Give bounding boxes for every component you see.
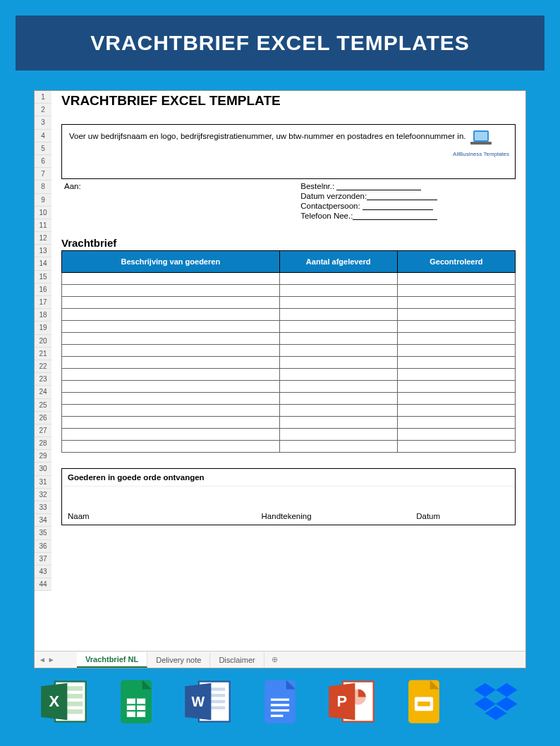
table-row <box>62 417 516 429</box>
row-number: 30 <box>35 463 51 475</box>
table-row <box>62 345 516 357</box>
table-row <box>62 405 516 417</box>
vrachtbrief-section-title: Vrachtbrief <box>61 237 516 249</box>
table-row <box>62 273 516 285</box>
row-number: 36 <box>35 540 51 553</box>
row-number: 10 <box>35 207 51 219</box>
table-row <box>62 285 516 297</box>
receipt-handtekening-label: Handtekening <box>262 512 417 520</box>
row-number: 14 <box>35 257 51 270</box>
document-title: VRACHTBRIEF EXCEL TEMPLATE <box>61 91 516 109</box>
row-number: 27 <box>35 424 51 437</box>
row-number: 26 <box>35 412 51 424</box>
row-number: 16 <box>35 283 51 296</box>
row-number: 11 <box>35 219 51 232</box>
table-row <box>62 393 516 405</box>
sheet-tabs-bar: ◄ ► Vrachtbrief NL Delivery note Disclai… <box>35 651 525 668</box>
laptop-icon <box>469 129 493 149</box>
contactpersoon-field <box>363 202 433 210</box>
row-number: 1 <box>35 91 51 104</box>
row-number: 35 <box>35 527 51 539</box>
info-text: Voer uw bedrijfsnaam en logo, bedrijfsre… <box>69 132 466 140</box>
svg-rect-27 <box>271 709 289 711</box>
table-row <box>62 333 516 345</box>
receipt-title: Goederen in goede orde ontvangen <box>62 469 515 487</box>
row-number: 34 <box>35 514 51 527</box>
svg-marker-37 <box>474 683 496 697</box>
row-number: 2 <box>35 104 51 116</box>
table-row <box>62 309 516 321</box>
row-number: 23 <box>35 373 51 386</box>
company-info-box: Voer uw bedrijfsnaam en logo, bedrijfsre… <box>61 124 516 179</box>
add-sheet-button[interactable]: ⊕ <box>264 655 285 664</box>
page-title-banner: VRACHTBRIEF EXCEL TEMPLATES <box>16 16 544 71</box>
excel-icon[interactable]: X <box>39 677 89 726</box>
row-number: 37 <box>35 553 51 565</box>
tab-nav-arrows[interactable]: ◄ ► <box>39 656 55 664</box>
svg-rect-28 <box>271 715 284 717</box>
table-row <box>62 297 516 309</box>
excel-preview: 1234567891011121314151617181920212223242… <box>34 90 526 668</box>
row-number: 24 <box>35 386 51 398</box>
spreadsheet-content: VRACHTBRIEF EXCEL TEMPLATE Voer uw bedri… <box>51 91 525 525</box>
svg-rect-26 <box>271 704 289 706</box>
contactpersoon-label: Contactpersoon: <box>300 202 360 210</box>
svg-text:X: X <box>49 692 59 710</box>
row-number: 43 <box>35 565 51 578</box>
row-number: 3 <box>35 116 51 129</box>
row-number: 18 <box>35 309 51 322</box>
col-aantal: Aantal afgeleverd <box>279 251 397 273</box>
table-row <box>62 357 516 369</box>
svg-rect-25 <box>271 699 289 701</box>
receipt-datum-label: Datum <box>416 512 509 520</box>
row-number: 4 <box>35 130 51 142</box>
table-row <box>62 321 516 333</box>
row-number: 13 <box>35 245 51 257</box>
slides-icon[interactable] <box>399 677 449 726</box>
svg-rect-2 <box>470 142 492 145</box>
row-number: 31 <box>35 476 51 489</box>
table-row <box>62 429 516 441</box>
tab-delivery-note[interactable]: Delivery note <box>147 653 210 667</box>
row-number: 28 <box>35 437 51 450</box>
row-number: 17 <box>35 296 51 309</box>
row-number: 22 <box>35 360 51 373</box>
allbusiness-logo: AllBusiness Templates <box>453 129 509 159</box>
table-row <box>62 441 516 453</box>
sheets-icon[interactable] <box>111 677 161 726</box>
receipt-naam-label: Naam <box>68 512 262 520</box>
svg-rect-1 <box>475 132 487 140</box>
bestelnr-label: Bestelnr.: <box>300 182 334 190</box>
row-number: 6 <box>35 155 51 168</box>
row-number: 25 <box>35 399 51 412</box>
telefoon-label: Telefoon Nee.: <box>300 212 353 220</box>
svg-marker-38 <box>496 683 518 697</box>
receipt-box: Goederen in goede orde ontvangen Naam Ha… <box>61 468 516 525</box>
datum-verzonden-field <box>367 192 437 200</box>
row-number: 12 <box>35 232 51 245</box>
svg-text:P: P <box>336 692 347 710</box>
logo-label: AllBusiness Templates <box>453 151 509 157</box>
row-number: 19 <box>35 322 51 334</box>
format-icons-bar: X W P <box>0 668 560 726</box>
row-number: 44 <box>35 578 51 591</box>
row-number: 33 <box>35 501 51 514</box>
datum-verzonden-label: Datum verzonden: <box>300 192 367 200</box>
tab-disclaimer[interactable]: Disclaimer <box>210 653 264 667</box>
col-beschrijving: Beschrijving van goederen <box>62 251 280 273</box>
row-number: 5 <box>35 142 51 155</box>
row-number: 32 <box>35 489 51 501</box>
row-number: 8 <box>35 181 51 193</box>
tab-vrachtbrief-nl[interactable]: Vrachtbrief NL <box>77 652 147 668</box>
row-number: 29 <box>35 450 51 463</box>
dropbox-icon[interactable] <box>471 677 521 726</box>
svg-rect-36 <box>418 702 430 707</box>
table-row <box>62 369 516 381</box>
powerpoint-icon[interactable]: P <box>327 677 377 726</box>
docs-icon[interactable] <box>255 677 305 726</box>
row-number: 9 <box>35 194 51 207</box>
word-icon[interactable]: W <box>183 677 233 726</box>
row-number-gutter: 1234567891011121314151617181920212223242… <box>35 91 51 591</box>
col-gecontroleerd: Gecontroleerd <box>397 251 515 273</box>
aan-label: Aan: <box>64 182 81 190</box>
